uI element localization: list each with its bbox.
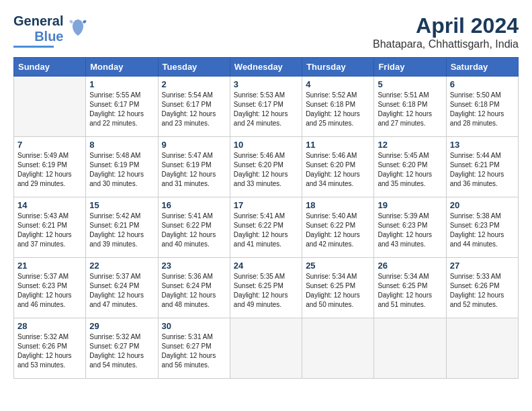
calendar-cell: 12Sunrise: 5:45 AM Sunset: 6:20 PM Dayli… bbox=[374, 137, 446, 197]
calendar-cell: 21Sunrise: 5:37 AM Sunset: 6:23 PM Dayli… bbox=[14, 258, 86, 318]
day-number: 27 bbox=[450, 261, 515, 271]
day-number: 1 bbox=[89, 79, 154, 89]
logo-underline bbox=[13, 46, 54, 48]
day-number: 22 bbox=[89, 261, 154, 271]
calendar-cell: 19Sunrise: 5:39 AM Sunset: 6:23 PM Dayli… bbox=[374, 197, 446, 258]
calendar-cell: 8Sunrise: 5:48 AM Sunset: 6:19 PM Daylig… bbox=[86, 137, 158, 197]
header-wednesday: Wednesday bbox=[230, 58, 302, 77]
calendar-cell: 13Sunrise: 5:44 AM Sunset: 6:21 PM Dayli… bbox=[446, 137, 518, 197]
day-info: Sunrise: 5:42 AM Sunset: 6:21 PM Dayligh… bbox=[89, 212, 154, 249]
day-number: 30 bbox=[162, 321, 226, 331]
calendar-cell bbox=[374, 318, 446, 379]
day-number: 10 bbox=[234, 140, 298, 150]
day-number: 29 bbox=[89, 321, 154, 331]
week-row-3: 14Sunrise: 5:43 AM Sunset: 6:21 PM Dayli… bbox=[14, 197, 519, 258]
header-monday: Monday bbox=[86, 58, 158, 77]
day-info: Sunrise: 5:41 AM Sunset: 6:22 PM Dayligh… bbox=[234, 212, 298, 249]
day-info: Sunrise: 5:34 AM Sunset: 6:25 PM Dayligh… bbox=[306, 272, 370, 310]
day-info: Sunrise: 5:35 AM Sunset: 6:25 PM Dayligh… bbox=[234, 272, 298, 310]
day-number: 12 bbox=[378, 140, 442, 150]
day-info: Sunrise: 5:40 AM Sunset: 6:22 PM Dayligh… bbox=[306, 212, 370, 249]
day-info: Sunrise: 5:31 AM Sunset: 6:27 PM Dayligh… bbox=[162, 332, 226, 370]
day-info: Sunrise: 5:51 AM Sunset: 6:18 PM Dayligh… bbox=[378, 91, 442, 128]
day-number: 21 bbox=[17, 261, 82, 271]
day-info: Sunrise: 5:41 AM Sunset: 6:22 PM Dayligh… bbox=[162, 212, 226, 249]
day-info: Sunrise: 5:46 AM Sunset: 6:20 PM Dayligh… bbox=[306, 151, 370, 189]
day-number: 24 bbox=[234, 261, 298, 271]
calendar-cell: 14Sunrise: 5:43 AM Sunset: 6:21 PM Dayli… bbox=[14, 197, 86, 258]
calendar-cell: 9Sunrise: 5:47 AM Sunset: 6:19 PM Daylig… bbox=[158, 137, 230, 197]
logo-blue: Blue bbox=[34, 29, 63, 44]
logo: General Blue bbox=[13, 13, 87, 48]
day-number: 20 bbox=[450, 200, 515, 210]
header-tuesday: Tuesday bbox=[158, 58, 230, 77]
calendar-cell: 2Sunrise: 5:54 AM Sunset: 6:17 PM Daylig… bbox=[158, 77, 230, 137]
day-info: Sunrise: 5:39 AM Sunset: 6:23 PM Dayligh… bbox=[378, 212, 442, 249]
header-thursday: Thursday bbox=[302, 58, 374, 77]
calendar-cell: 11Sunrise: 5:46 AM Sunset: 6:20 PM Dayli… bbox=[302, 137, 374, 197]
day-number: 17 bbox=[234, 200, 298, 210]
calendar-cell: 20Sunrise: 5:38 AM Sunset: 6:23 PM Dayli… bbox=[446, 197, 518, 258]
logo-general: General bbox=[13, 13, 63, 29]
calendar-cell: 10Sunrise: 5:46 AM Sunset: 6:20 PM Dayli… bbox=[230, 137, 302, 197]
header: General Blue April 2024 Bhatapara, Chhat… bbox=[13, 13, 519, 50]
day-info: Sunrise: 5:54 AM Sunset: 6:17 PM Dayligh… bbox=[162, 91, 226, 128]
day-number: 9 bbox=[162, 140, 226, 150]
day-number: 19 bbox=[378, 200, 442, 210]
header-saturday: Saturday bbox=[446, 58, 518, 77]
day-info: Sunrise: 5:38 AM Sunset: 6:23 PM Dayligh… bbox=[450, 212, 515, 249]
calendar-table: SundayMondayTuesdayWednesdayThursdayFrid… bbox=[13, 57, 519, 379]
day-info: Sunrise: 5:49 AM Sunset: 6:19 PM Dayligh… bbox=[17, 151, 82, 189]
day-number: 4 bbox=[306, 79, 370, 89]
day-number: 5 bbox=[378, 79, 442, 89]
logo-bird-icon bbox=[69, 17, 87, 41]
day-number: 7 bbox=[17, 140, 82, 150]
calendar-cell: 30Sunrise: 5:31 AM Sunset: 6:27 PM Dayli… bbox=[158, 318, 230, 379]
day-number: 14 bbox=[17, 200, 82, 210]
day-info: Sunrise: 5:52 AM Sunset: 6:18 PM Dayligh… bbox=[306, 91, 370, 128]
calendar-cell: 1Sunrise: 5:55 AM Sunset: 6:17 PM Daylig… bbox=[86, 77, 158, 137]
calendar-cell: 25Sunrise: 5:34 AM Sunset: 6:25 PM Dayli… bbox=[302, 258, 374, 318]
day-number: 6 bbox=[450, 79, 515, 89]
day-info: Sunrise: 5:34 AM Sunset: 6:25 PM Dayligh… bbox=[378, 272, 442, 310]
calendar-cell: 18Sunrise: 5:40 AM Sunset: 6:22 PM Dayli… bbox=[302, 197, 374, 258]
day-info: Sunrise: 5:36 AM Sunset: 6:24 PM Dayligh… bbox=[162, 272, 226, 310]
day-info: Sunrise: 5:32 AM Sunset: 6:27 PM Dayligh… bbox=[89, 332, 154, 370]
calendar-cell: 26Sunrise: 5:34 AM Sunset: 6:25 PM Dayli… bbox=[374, 258, 446, 318]
day-info: Sunrise: 5:50 AM Sunset: 6:18 PM Dayligh… bbox=[450, 91, 515, 128]
day-number: 23 bbox=[162, 261, 226, 271]
calendar-cell: 5Sunrise: 5:51 AM Sunset: 6:18 PM Daylig… bbox=[374, 77, 446, 137]
day-info: Sunrise: 5:47 AM Sunset: 6:19 PM Dayligh… bbox=[162, 151, 226, 189]
calendar-cell bbox=[14, 77, 86, 137]
week-row-5: 28Sunrise: 5:32 AM Sunset: 6:26 PM Dayli… bbox=[14, 318, 519, 379]
calendar-cell bbox=[230, 318, 302, 379]
calendar-cell bbox=[446, 318, 518, 379]
day-info: Sunrise: 5:44 AM Sunset: 6:21 PM Dayligh… bbox=[450, 151, 515, 189]
calendar-cell: 22Sunrise: 5:37 AM Sunset: 6:24 PM Dayli… bbox=[86, 258, 158, 318]
calendar-header-row: SundayMondayTuesdayWednesdayThursdayFrid… bbox=[14, 58, 519, 77]
day-info: Sunrise: 5:37 AM Sunset: 6:23 PM Dayligh… bbox=[17, 272, 82, 310]
day-number: 8 bbox=[89, 140, 154, 150]
day-info: Sunrise: 5:48 AM Sunset: 6:19 PM Dayligh… bbox=[89, 151, 154, 189]
day-number: 2 bbox=[162, 79, 226, 89]
day-info: Sunrise: 5:55 AM Sunset: 6:17 PM Dayligh… bbox=[89, 91, 154, 128]
day-number: 15 bbox=[89, 200, 154, 210]
day-number: 18 bbox=[306, 200, 370, 210]
day-number: 25 bbox=[306, 261, 370, 271]
calendar-cell bbox=[302, 318, 374, 379]
week-row-1: 1Sunrise: 5:55 AM Sunset: 6:17 PM Daylig… bbox=[14, 77, 519, 137]
month-title: April 2024 bbox=[373, 13, 519, 38]
day-info: Sunrise: 5:53 AM Sunset: 6:17 PM Dayligh… bbox=[234, 91, 298, 128]
calendar-cell: 24Sunrise: 5:35 AM Sunset: 6:25 PM Dayli… bbox=[230, 258, 302, 318]
title-area: April 2024 Bhatapara, Chhattisgarh, Indi… bbox=[373, 13, 519, 50]
calendar-cell: 28Sunrise: 5:32 AM Sunset: 6:26 PM Dayli… bbox=[14, 318, 86, 379]
calendar-cell: 23Sunrise: 5:36 AM Sunset: 6:24 PM Dayli… bbox=[158, 258, 230, 318]
calendar-cell: 17Sunrise: 5:41 AM Sunset: 6:22 PM Dayli… bbox=[230, 197, 302, 258]
day-number: 3 bbox=[234, 79, 298, 89]
calendar-cell: 16Sunrise: 5:41 AM Sunset: 6:22 PM Dayli… bbox=[158, 197, 230, 258]
calendar-cell: 29Sunrise: 5:32 AM Sunset: 6:27 PM Dayli… bbox=[86, 318, 158, 379]
day-number: 13 bbox=[450, 140, 515, 150]
week-row-4: 21Sunrise: 5:37 AM Sunset: 6:23 PM Dayli… bbox=[14, 258, 519, 318]
day-info: Sunrise: 5:37 AM Sunset: 6:24 PM Dayligh… bbox=[89, 272, 154, 310]
calendar-cell: 7Sunrise: 5:49 AM Sunset: 6:19 PM Daylig… bbox=[14, 137, 86, 197]
